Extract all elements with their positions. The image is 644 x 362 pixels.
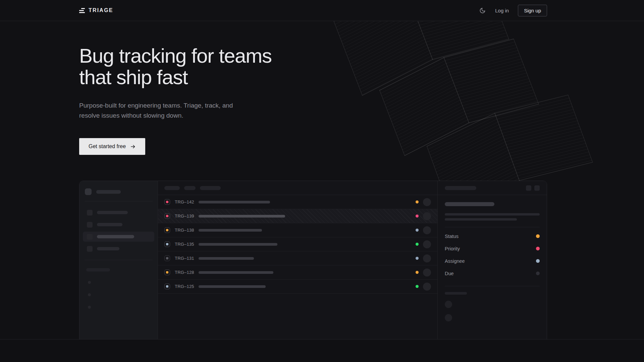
brand-logo[interactable]: TRIAGE: [79, 7, 113, 13]
issue-type-icon: [164, 255, 170, 261]
issue-id: TRG–142: [175, 199, 195, 204]
issue-list-header: [158, 181, 437, 195]
panel-action-placeholder: [534, 185, 540, 191]
subtitle-line-2: resolve issues without slowing down.: [79, 111, 547, 121]
panel-title-placeholder: [445, 186, 476, 190]
detail-panel-header: [438, 181, 547, 195]
activity-label-placeholder: [445, 292, 467, 295]
login-link[interactable]: Log in: [495, 8, 509, 13]
issue-id: TRG–131: [175, 256, 195, 261]
assignee-avatar: [423, 212, 431, 220]
filter-pill-placeholder: [164, 186, 180, 190]
issue-id: TRG–128: [175, 270, 195, 275]
issue-id: TRG–125: [175, 284, 195, 289]
issue-id: TRG–138: [175, 228, 195, 233]
issue-id: TRG–135: [175, 242, 195, 247]
sidebar-dot-placeholder: [88, 281, 91, 284]
panel-action-placeholder: [526, 185, 531, 191]
status-dot: [416, 243, 419, 246]
filter-pill-placeholder: [200, 186, 221, 190]
get-started-button[interactable]: Get started free: [79, 138, 145, 155]
issue-type-icon: [164, 284, 170, 289]
issue-list: TRG–142 TRG–139 TRG–138 TRG–135 TRG–131: [158, 181, 437, 340]
detail-field-label: Assignee: [445, 258, 465, 264]
detail-field-label: Status: [445, 234, 459, 239]
issue-title-placeholder: [199, 243, 277, 246]
comment-avatar-placeholder: [445, 301, 452, 308]
signup-button[interactable]: Sign up: [518, 5, 547, 16]
detail-field-label: Due: [445, 271, 454, 276]
issue-row: TRG–142: [158, 195, 437, 209]
assignee-avatar: [423, 283, 431, 291]
workspace-row: [79, 188, 158, 195]
issue-detail-panel: Status Priority Assignee Due: [437, 181, 547, 340]
nav-actions: Log in Sign up: [479, 5, 547, 16]
description-line-placeholder: [445, 213, 540, 216]
status-dot: [416, 215, 419, 218]
issue-row: TRG–131: [158, 251, 437, 265]
issue-title-placeholder: [199, 215, 285, 218]
issue-title-placeholder: [445, 202, 494, 206]
assignee-avatar: [423, 268, 431, 277]
issue-row: TRG–139: [158, 209, 437, 223]
detail-fields: Status Priority Assignee Due: [445, 230, 540, 280]
issue-title-placeholder: [199, 201, 270, 203]
assignee-avatar: [423, 226, 431, 234]
issue-rows: TRG–142 TRG–139 TRG–138 TRG–135 TRG–131: [158, 195, 437, 294]
divider: [445, 227, 540, 227]
sidebar-item-placeholder: [83, 220, 154, 230]
issue-type-icon: [164, 269, 170, 275]
status-dot: [416, 257, 419, 260]
page-title: Bug tracking for teams that ship fast: [79, 45, 547, 88]
detail-field-dot: [536, 259, 540, 263]
status-dot: [416, 285, 419, 288]
detail-field-dot: [536, 272, 540, 275]
issue-row: TRG–128: [158, 265, 437, 280]
hero-section: Bug tracking for teams that ship fast Pu…: [0, 21, 644, 340]
brand-name: TRIAGE: [89, 7, 113, 13]
cta-label: Get started free: [89, 143, 126, 149]
issue-title-placeholder: [199, 229, 262, 232]
landing-page: TRIAGE Log in Sign up Bug tracking for t…: [0, 0, 644, 362]
comment-avatar-placeholder: [445, 314, 452, 321]
issue-type-icon: [164, 227, 170, 233]
divider: [85, 260, 153, 260]
issue-row: TRG–125: [158, 280, 437, 294]
headline-line-1: Bug tracking for teams: [79, 45, 547, 67]
arrow-right-icon: [130, 144, 136, 149]
status-dot: [416, 229, 419, 232]
detail-field-row: Priority: [445, 242, 540, 255]
sidebar-dot-placeholder: [88, 306, 91, 309]
issue-type-icon: [164, 241, 170, 247]
detail-field-dot: [536, 247, 540, 250]
footer: [0, 340, 644, 362]
subtitle-line-1: Purpose-built for engineering teams. Tri…: [79, 101, 547, 111]
issue-row: TRG–138: [158, 223, 437, 237]
assignee-avatar: [423, 240, 431, 248]
detail-field-row: Status: [445, 230, 540, 242]
sidebar-dot-placeholder: [88, 293, 91, 296]
top-navbar: TRIAGE Log in Sign up: [0, 0, 644, 21]
status-dot: [416, 271, 419, 274]
moon-icon[interactable]: [479, 7, 486, 14]
sidebar-item-placeholder: [83, 244, 154, 254]
issue-title-placeholder: [199, 285, 266, 288]
status-dot: [416, 200, 419, 203]
sidebar-section-label-placeholder: [86, 268, 110, 272]
divider: [445, 286, 540, 286]
filter-pill-placeholder: [184, 186, 196, 190]
mockup-sidebar: [79, 181, 158, 340]
hero-subtitle: Purpose-built for engineering teams. Tri…: [79, 101, 547, 121]
issue-id: TRG–139: [175, 214, 195, 219]
detail-field-row: Assignee: [445, 255, 540, 267]
sidebar-item-placeholder: [83, 207, 154, 218]
triage-logo-icon: [79, 8, 85, 13]
app-mockup: TRG–142 TRG–139 TRG–138 TRG–135 TRG–131: [79, 181, 547, 340]
sidebar-item-placeholder-active: [83, 232, 154, 242]
workspace-name-placeholder: [96, 190, 121, 194]
workspace-icon-placeholder: [85, 188, 92, 195]
assignee-avatar: [423, 198, 431, 206]
issue-type-icon: [164, 199, 170, 205]
issue-title-placeholder: [199, 257, 254, 260]
detail-field-dot: [536, 234, 540, 238]
